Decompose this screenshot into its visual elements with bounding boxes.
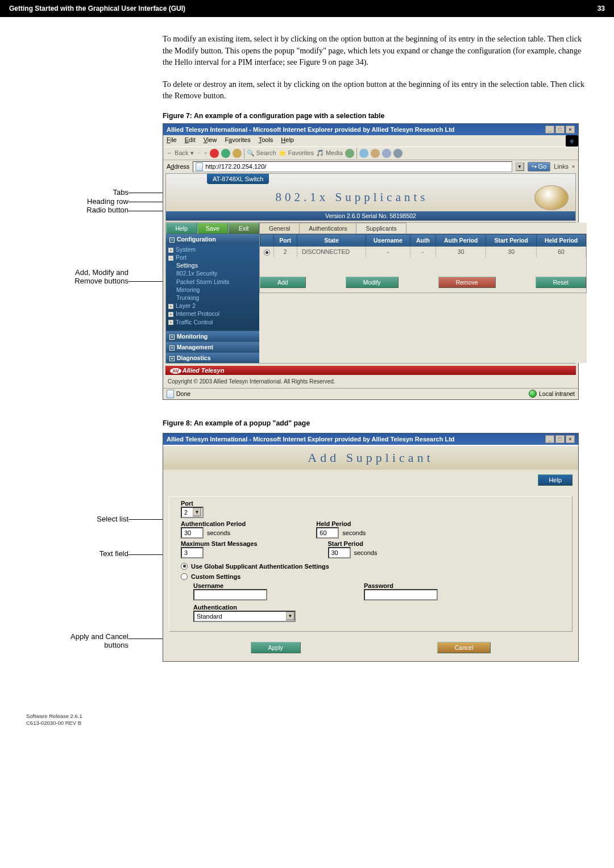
figure-7-caption: Figure 7: An example of a configuration … [163, 112, 588, 120]
favorites-button[interactable]: ⭐ Favorites [279, 149, 314, 157]
version-serial: Version 2.6.0 Serial No. 58198502 [166, 211, 575, 220]
apply-cancel-row: Apply Cancel [169, 632, 572, 656]
reset-button[interactable]: Reset [536, 277, 586, 288]
figure-7-callouts: Tabs Heading row Radio button Add, Modif… [26, 123, 163, 286]
held-period-label: Held Period [316, 520, 366, 527]
minimize-icon[interactable]: _ [545, 126, 554, 133]
sidebar-monitoring[interactable]: +Monitoring [166, 331, 259, 341]
ie-menubar: FFileile Edit View Favorites Tools Help [163, 135, 566, 147]
sidebar-configuration[interactable]: −Configuration [166, 234, 259, 244]
port-select[interactable]: 2 ▼ [181, 507, 204, 518]
edit-icon[interactable] [382, 149, 391, 158]
back-button[interactable]: ← Back ▾ [167, 149, 194, 157]
sidebar-item-settings[interactable]: Settings [176, 261, 257, 269]
menu-favorites[interactable]: Favorites [225, 136, 250, 145]
menu-tools[interactable]: Tools [259, 136, 273, 145]
sidebar-diagnostics[interactable]: +Diagnostics [166, 352, 259, 363]
sidebar-item-trunking[interactable]: Trunking [176, 294, 257, 302]
sidebar-item-port[interactable]: −Port [168, 253, 257, 261]
mail-icon[interactable] [359, 149, 368, 158]
menu-file[interactable]: FFileile [167, 136, 177, 145]
ie-address-bar: Address http://172.20.254.120/ ▼ ↪ Go Li… [163, 160, 578, 173]
search-button[interactable]: 🔍 Search [247, 149, 276, 157]
sidebar-item-ip[interactable]: +Internet Protocol [168, 310, 257, 318]
auth-period-field[interactable]: 30 [181, 527, 204, 539]
close-icon[interactable]: × [566, 435, 575, 443]
th-port: Port [273, 234, 297, 246]
body-para-2: To delete or destroy an item, select it … [163, 78, 588, 102]
brand-footer: AVAllied Telesyn [165, 366, 576, 375]
help-button[interactable]: Help [538, 474, 572, 486]
ie-window-title: Allied Telesyn International - Microsoft… [167, 126, 455, 133]
popup-body: Help Port 2 ▼ Authentication Period 30 [163, 470, 578, 661]
forward-button[interactable]: → ▾ [196, 149, 208, 157]
menu-view[interactable]: View [204, 136, 217, 145]
modify-button[interactable]: Modify [346, 277, 399, 288]
sidebar-management[interactable]: +Management [166, 341, 259, 352]
apply-button[interactable]: Apply [251, 642, 301, 653]
menu-edit[interactable]: Edit [185, 136, 196, 145]
status-page-icon [167, 390, 174, 398]
password-field[interactable] [364, 589, 438, 600]
maximize-icon[interactable]: □ [555, 435, 565, 443]
start-period-field[interactable]: 30 [328, 547, 351, 558]
maximize-icon[interactable]: □ [555, 126, 565, 133]
stop-icon[interactable] [210, 149, 219, 158]
callout-apply-cancel: Apply and Cancel [26, 632, 163, 641]
print-icon[interactable] [371, 149, 380, 158]
copyright-text: Copyright © 2003 Allied Telesyn Internat… [163, 377, 578, 388]
tab-authenticators[interactable]: Authenticators [299, 223, 356, 233]
authentication-select[interactable]: Standard ▼ [193, 611, 296, 622]
sidebar-item-traffic[interactable]: +Traffic Control [168, 318, 257, 326]
sidebar-item-storm[interactable]: Packet Storm Limits [176, 278, 257, 286]
refresh-icon[interactable] [221, 149, 230, 158]
radio-global[interactable] [181, 563, 188, 570]
minimize-icon[interactable]: _ [545, 435, 554, 443]
th-auth-period: Auth Period [435, 234, 486, 246]
address-field[interactable]: http://172.20.254.120/ [193, 161, 512, 172]
app-header: AT-8748XL Switch 802.1x Supplicants Vers… [165, 173, 576, 221]
main-panel: General Authenticators Supplicants Port … [259, 223, 587, 363]
footer-release: Software Release 2.6.1 [26, 713, 588, 720]
footer-docnum: C613-02030-00 REV B [26, 720, 588, 727]
discuss-icon[interactable] [393, 149, 403, 158]
close-icon[interactable]: × [566, 126, 575, 133]
tab-general[interactable]: General [259, 223, 300, 233]
form-area: Port 2 ▼ Authentication Period 30 second… [169, 496, 572, 632]
ie-titlebar: Allied Telesyn International - Microsoft… [163, 124, 578, 135]
address-dropdown-icon[interactable]: ▼ [516, 162, 524, 171]
username-label: Username [193, 582, 267, 589]
links-label[interactable]: Links [554, 163, 569, 170]
go-button[interactable]: ↪ Go [528, 162, 551, 172]
sidebar-item-8021x[interactable]: 802.1x Security [176, 269, 257, 277]
menu-help[interactable]: Help [281, 136, 294, 145]
remove-button[interactable]: Remove [438, 277, 496, 288]
media-button[interactable]: 🎵 Media [316, 149, 343, 157]
save-tab[interactable]: Save [197, 223, 229, 234]
max-start-field[interactable]: 3 [181, 547, 204, 558]
authentication-label: Authentication [193, 604, 561, 611]
row-radio-button[interactable] [264, 249, 270, 256]
help-tab[interactable]: Help [166, 223, 197, 234]
exit-tab[interactable]: Exit [228, 223, 259, 234]
port-select-value: 2 [184, 509, 188, 516]
port-label: Port [181, 500, 561, 507]
home-icon[interactable] [233, 149, 242, 158]
add-button[interactable]: Add [260, 277, 306, 288]
address-label: Address [167, 163, 189, 170]
history-icon[interactable] [345, 149, 354, 158]
app-main: Help Save Exit −Configuration +System −P… [165, 222, 576, 364]
figure-7: Tabs Heading row Radio button Add, Modif… [26, 123, 588, 400]
username-field[interactable] [193, 589, 267, 600]
sidebar-item-mirroring[interactable]: Mirroring [176, 286, 257, 294]
sidebar-item-layer2[interactable]: +Layer 2 [168, 302, 257, 310]
cell-username: - [366, 246, 410, 257]
popup-window-title: Allied Telesyn International - Microsoft… [167, 436, 455, 443]
sidebar-item-system[interactable]: +System [168, 245, 257, 253]
radio-custom[interactable] [181, 573, 188, 580]
tab-supplicants[interactable]: Supplicants [356, 223, 406, 233]
held-period-field[interactable]: 60 [316, 527, 339, 539]
cancel-button[interactable]: Cancel [437, 642, 491, 653]
seconds-label: seconds [342, 529, 366, 536]
sidebar: Help Save Exit −Configuration +System −P… [166, 223, 259, 363]
